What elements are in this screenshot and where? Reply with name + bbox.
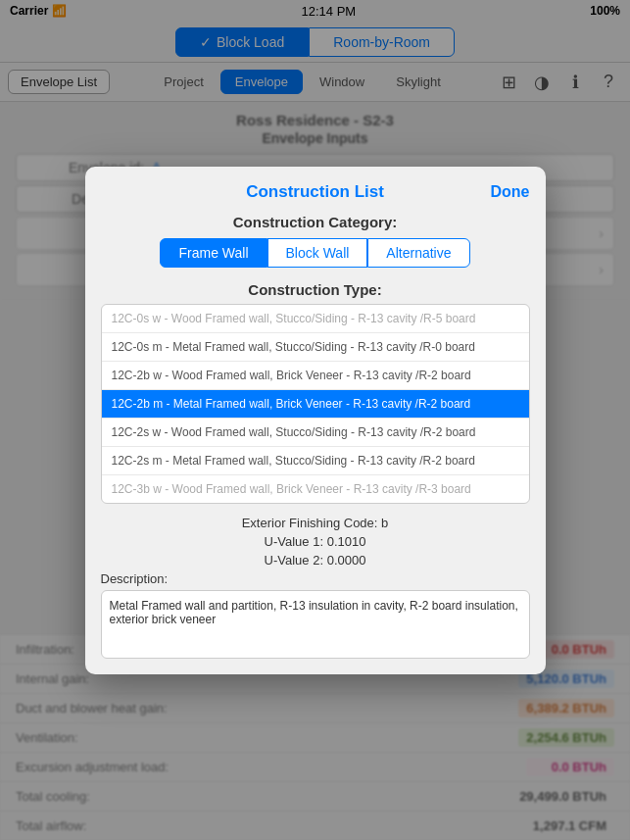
description-text: Metal Framed wall and partition, R-13 in… [101, 590, 530, 659]
exterior-code-row: Exterior Finishing Code: b [101, 516, 530, 530]
modal-header: Construction List Done [101, 182, 530, 202]
u-value2-row: U-Value 2: 0.0000 [101, 553, 530, 568]
list-item-2[interactable]: 12C-2b w - Wood Framed wall, Brick Venee… [102, 362, 529, 390]
exterior-code-value: b [381, 516, 388, 530]
category-label: Construction Category: [101, 214, 530, 230]
list-item-4[interactable]: 12C-2s w - Wood Framed wall, Stucco/Sidi… [102, 419, 529, 447]
list-item-1[interactable]: 12C-0s m - Metal Framed wall, Stucco/Sid… [102, 333, 529, 362]
construction-list: 12C-0s w - Wood Framed wall, Stucco/Sidi… [101, 304, 530, 504]
modal-overlay: Construction List Done Construction Cate… [0, 0, 630, 840]
u-value1-value: 0.1010 [327, 534, 366, 549]
frame-wall-tab[interactable]: Frame Wall [160, 238, 267, 268]
list-item-0[interactable]: 12C-0s w - Wood Framed wall, Stucco/Sidi… [102, 305, 529, 333]
block-wall-tab[interactable]: Block Wall [267, 238, 368, 268]
u-value1-row: U-Value 1: 0.1010 [101, 534, 530, 549]
modal-done-button[interactable]: Done [491, 183, 530, 201]
description-section-label: Description: [101, 571, 530, 586]
list-item-3[interactable]: 12C-2b m - Metal Framed wall, Brick Vene… [102, 390, 529, 419]
u-value2-label: U-Value 2: [265, 553, 323, 568]
exterior-code-label: Exterior Finishing Code: [242, 516, 378, 530]
modal-title: Construction List [140, 182, 491, 202]
construction-list-modal: Construction List Done Construction Cate… [85, 167, 546, 674]
list-item-6[interactable]: 12C-3b w - Wood Framed wall, Brick Venee… [102, 475, 529, 503]
u-value1-label: U-Value 1: [265, 534, 323, 549]
alternative-tab[interactable]: Alternative [367, 238, 469, 268]
construction-type-label: Construction Type: [101, 281, 530, 298]
u-value2-value: 0.0000 [327, 553, 366, 568]
list-item-5[interactable]: 12C-2s m - Metal Framed wall, Stucco/Sid… [102, 447, 529, 475]
construction-category-tabs: Frame Wall Block Wall Alternative [101, 238, 530, 268]
